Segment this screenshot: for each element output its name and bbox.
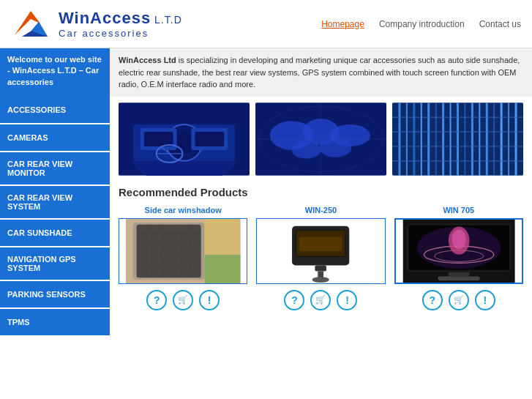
products-grid: Side car winshadow	[119, 206, 523, 310]
banner-images	[119, 102, 523, 176]
banner-car-interior	[119, 102, 250, 176]
product-1-info-btn[interactable]: ?	[146, 290, 167, 310]
product-3-image	[394, 218, 523, 284]
sidebar: ACCESSORIES CAMERAS CAR REAR VIEW MONITO…	[0, 97, 110, 337]
logo-area: WinAccess L.T.D Car accessories	[11, 7, 182, 40]
product-2-info-btn[interactable]: ?	[284, 290, 304, 310]
product-3-alert-btn[interactable]: !	[475, 290, 495, 310]
svg-point-19	[292, 141, 321, 158]
welcome-left-text: Welcome to our web site - WinAccess L.T.…	[0, 48, 110, 97]
recommended-section: Recommended Products Side car winshadow	[119, 186, 523, 310]
product-1-name: Side car winshadow	[145, 206, 222, 215]
welcome-right-text: WinAccess Ltd is specializing in develop…	[110, 48, 532, 97]
navigation: Homepage Company introduction Contact us	[321, 19, 521, 29]
sidebar-item-cameras[interactable]: CAMERAS	[0, 124, 110, 152]
svg-point-74	[452, 229, 465, 249]
svg-rect-48	[137, 224, 201, 277]
sidebar-item-car-rear-view-monitor[interactable]: CAR REAR VIEW MONITOR	[0, 152, 110, 186]
logo-subtitle: Car accessories	[59, 28, 182, 39]
svg-rect-10	[144, 132, 173, 146]
sidebar-item-parking-sensors[interactable]: PARKING SENSORS	[0, 281, 110, 309]
product-3: WIN 705	[394, 206, 523, 310]
nav-contact[interactable]: Contact us	[479, 19, 521, 29]
product-2: WIN-250	[256, 206, 385, 310]
product-3-icons: ? 🛒 !	[422, 290, 495, 310]
product-2-image	[256, 218, 385, 284]
product-3-info-btn[interactable]: ?	[422, 290, 443, 310]
nav-company[interactable]: Company introduction	[379, 19, 465, 29]
company-name: WinAccess Ltd	[119, 56, 176, 64]
main-layout: ACCESSORIES CAMERAS CAR REAR VIEW MONITO…	[0, 97, 532, 337]
product-3-name: WIN 705	[443, 206, 474, 215]
svg-point-20	[320, 138, 352, 157]
product-1-icons: ? 🛒 !	[146, 290, 220, 310]
product-2-alert-btn[interactable]: !	[337, 290, 357, 310]
logo-icon	[11, 7, 51, 40]
svg-rect-11	[195, 132, 224, 146]
product-1-cart-btn[interactable]: 🛒	[173, 290, 193, 310]
product-1: Side car winshadow	[119, 206, 247, 310]
product-1-alert-btn[interactable]: !	[199, 290, 220, 310]
svg-point-66	[312, 277, 329, 283]
svg-rect-76	[438, 276, 479, 280]
logo-title: WinAccess L.T.D	[59, 9, 182, 28]
svg-rect-58	[204, 254, 240, 283]
sidebar-item-accessories[interactable]: ACCESSORIES	[0, 97, 110, 124]
svg-rect-64	[315, 265, 327, 271]
svg-rect-75	[448, 272, 469, 276]
product-2-cart-btn[interactable]: 🛒	[310, 290, 331, 310]
sidebar-item-navigation-gps[interactable]: NAVIGATION GPS SYSTEM	[0, 247, 110, 281]
svg-rect-63	[299, 236, 342, 251]
product-2-icons: ? 🛒 !	[284, 290, 357, 310]
banner-world-map	[255, 102, 386, 176]
product-3-cart-btn[interactable]: 🛒	[449, 290, 469, 310]
banner-tech	[392, 102, 523, 176]
header: WinAccess L.T.D Car accessories Homepage…	[0, 0, 532, 48]
welcome-description: is specializing in developing and market…	[119, 56, 520, 89]
nav-homepage[interactable]: Homepage	[321, 19, 364, 29]
welcome-bar: Welcome to our web site - WinAccess L.T.…	[0, 48, 532, 97]
sidebar-item-car-sunshade[interactable]: CAR SUNSHADE	[0, 220, 110, 247]
sidebar-item-car-rear-view-system[interactable]: CAR REAR VIEW SYSTEM	[0, 186, 110, 220]
product-1-image	[119, 218, 247, 284]
sidebar-item-tpms[interactable]: TPMS	[0, 309, 110, 337]
main-content: Recommended Products Side car winshadow	[110, 97, 532, 337]
product-2-name: WIN-250	[305, 206, 337, 215]
logo-text: WinAccess L.T.D Car accessories	[59, 9, 182, 39]
recommended-title: Recommended Products	[119, 186, 523, 198]
